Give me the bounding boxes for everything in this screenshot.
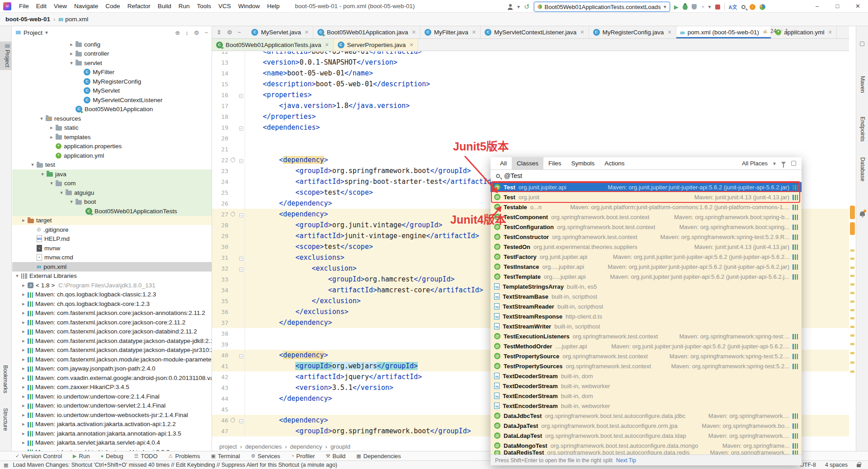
tool-window-version-control[interactable]: ✓Version Control [15,453,62,460]
search-result-textstreambase[interactable]: TSTextStreamBasebuilt-in, scripthost [491,291,802,301]
breadcrumb-dependencies[interactable]: dependencies [245,443,282,450]
tree-chevron-icon[interactable]: ▸ [19,282,28,288]
fold-icon[interactable]: − [239,127,243,131]
tool-window-debug[interactable]: ●Debug [100,453,123,460]
breadcrumb-groupId[interactable]: groupId [330,443,350,450]
tree-item-application.properties[interactable]: *application.properties [12,142,212,151]
tool-window-build[interactable]: ⚒Build [326,453,346,460]
menu-tools[interactable]: Tools [193,0,215,12]
tree-item-mvnw.cmd[interactable]: ≡mvnw.cmd [12,253,212,263]
tree-item-myservlet[interactable]: CMyServlet [12,86,212,96]
minimize-button[interactable]: – [807,0,827,12]
code-line-13[interactable]: 13 <version>0.0.1-SNAPSHOT</version> [212,57,849,68]
tree-item-resources[interactable]: ▾resources [12,114,212,123]
dependency-gutter-icon[interactable] [231,212,235,216]
search-result-test[interactable]: @Testorg.junit.jupiter.apiMaven: org.jun… [491,182,802,192]
fold-icon[interactable]: − [239,213,243,217]
tree-item-maven-ch.qos.logback-logback-classic-1.2.3[interactable]: ▸Maven: ch.qos.logback:logback-classic:1… [12,290,212,300]
tool-tab-project[interactable]: Project [0,42,12,70]
tree-item-maven-com.fasterxml.jackson.core-jackson-databind-2.11.2[interactable]: ▸Maven: com.fasterxml.jackson.core:jacks… [12,327,212,337]
search-result-textstreamwriter[interactable]: TSTextStreamWriterbuilt-in, scripthost [491,321,802,331]
places-filter[interactable]: All Places [742,160,768,167]
code-line-19[interactable]: 19− <dependencies> [212,122,849,133]
fold-icon[interactable]: − [239,94,243,98]
tree-chevron-icon[interactable]: ▸ [19,356,28,362]
tab-close-icon[interactable]: ✕ [325,42,329,48]
tree-chevron-icon[interactable]: ▸ [47,134,56,140]
code-line-16[interactable]: 16− <properties> [212,89,849,100]
tree-item-maven-jakarta.activation-jakarta.activation-api-1.2.2[interactable]: ▸Maven: jakarta.activation:jakarta.activ… [12,420,212,429]
tree-item-java[interactable]: ▾java [12,169,212,179]
tree-item--1.8-[interactable]: ▸J< 1.8 >C:\Program Files\Java\jdk1.8.0_… [12,281,212,290]
search-result-textencoderstream[interactable]: TSTextEncoderStreambuilt-in, dom [491,391,802,401]
search-result-testedon[interactable]: @TestedOnorg.junit.experimental.theories… [491,242,802,252]
readonly-lock-icon[interactable] [857,464,861,467]
menu-navigate[interactable]: Navigate [71,0,102,12]
search-tab-actions[interactable]: Actions [599,157,629,169]
settings-gear-icon[interactable]: ⚙ [194,29,199,36]
search-result-textdecoderstream[interactable]: TSTextDecoderStreambuilt-in, dom [491,371,802,381]
tool-window-services[interactable]: ⚙Services [251,453,280,460]
hide-panel-icon[interactable]: − [204,29,208,36]
tree-chevron-icon[interactable]: ▸ [19,347,28,353]
tree-chevron-icon[interactable]: ▸ [19,403,28,408]
code-line-18[interactable]: 18 </properties> [212,111,849,122]
tree-chevron-icon[interactable]: ▾ [28,162,37,168]
tab-close-icon[interactable]: ✕ [472,29,476,35]
tree-item-target[interactable]: ▸target [12,216,212,225]
code-line-17[interactable]: 17 <java.version>1.8</java.version> [212,100,849,111]
search-result-datajpatest[interactable]: @DataJpaTestorg.springframework.boot.tes… [491,421,802,431]
tree-chevron-icon[interactable]: ▾ [38,116,46,122]
tree-item-help.md[interactable]: MDHELP.md [12,234,212,244]
editor-tab-myregisterconfig.java[interactable]: CMyRegisterConfig.java✕ [589,26,676,38]
breadcrumb-dependency[interactable]: dependency [290,443,322,450]
tree-chevron-icon[interactable]: ▸ [19,338,28,344]
tree-item-myregisterconfig[interactable]: CMyRegisterConfig [12,77,212,86]
tree-chevron-icon[interactable]: ▾ [67,60,75,66]
tree-item-.gitignore[interactable]: ⊘.gitignore [12,225,212,234]
search-field[interactable]: @Test [491,170,802,182]
tree-chevron-icon[interactable]: ▸ [67,42,75,47]
tree-item-test[interactable]: ▾test [12,160,212,170]
tab-close-icon[interactable]: ✕ [667,29,671,35]
code-line-21[interactable]: 21 [212,144,849,155]
tree-chevron-icon[interactable]: ▸ [19,375,28,381]
search-result-datamongotest[interactable]: @DataMongoTestorg.springframework.boot.t… [491,441,802,450]
tree-item-config[interactable]: ▸config [12,40,212,49]
fold-icon[interactable]: − [239,354,243,358]
project-view-dropdown[interactable]: ▾ [45,29,48,36]
tree-item-maven-io.undertow-undertow-servlet-2.1.4.final[interactable]: ▸Maven: io.undertow:undertow-servlet:2.1… [12,401,212,411]
breadcrumb-file[interactable]: pom.xml [65,16,88,23]
hide-tabs-icon[interactable]: − [238,29,241,36]
maximize-button[interactable]: □ [827,0,848,12]
menu-code[interactable]: Code [102,0,123,12]
tree-item-mvnw[interactable]: ›mvnw [12,244,212,253]
editor-tab-myfilter.java[interactable]: CMyFilter.java✕ [420,26,481,38]
search-result-testconstructor[interactable]: @TestConstructororg.springframework.test… [491,232,802,242]
menu-window[interactable]: Window [235,0,264,12]
search-result-dataldaptest[interactable]: @DataLdapTestorg.springframework.boot.te… [491,431,802,441]
editor-tab-serverproperties[interactable]: CServerProperties.java✕ [334,39,418,51]
search-result-testpropertysources[interactable]: @TestPropertySourcesorg.springframework.… [491,361,802,371]
tree-item-application.yml[interactable]: *application.yml [12,151,212,160]
menu-view[interactable]: View [50,0,71,12]
editor-tab-myservlet.java[interactable]: CMyServlet.java✕ [247,26,313,38]
dependency-gutter-icon[interactable] [231,158,235,162]
tree-item-templates[interactable]: ▸templates [12,132,212,142]
search-result-textencoderstream[interactable]: TSTextEncoderStreambuilt-in, webworker [491,401,802,411]
search-result-datajdbctest[interactable]: @DataJdbcTestorg.springframework.boot.te… [491,411,802,421]
tree-chevron-icon[interactable]: ▸ [19,431,28,436]
tree-chevron-icon[interactable]: ▸ [19,412,28,418]
tab-close-icon[interactable]: ✕ [580,29,584,35]
tree-chevron-icon[interactable]: ▸ [19,319,28,325]
menu-help[interactable]: Help [264,0,283,12]
tree-item-boot05web01application[interactable]: CBoot05Web01Application [12,105,212,114]
tool-tab-bookmarks[interactable]: Bookmarks [2,365,9,394]
tree-item-servlet[interactable]: ▾servlet [12,58,212,68]
menu-refactor[interactable]: Refactor [124,0,154,12]
tool-tab-endpoints[interactable]: Endpoints [859,117,866,142]
search-result-testtemplate[interactable]: @TestTemplateorg.....jupiter.apiMaven: o… [491,272,802,281]
menu-vcs[interactable]: VCS [215,0,235,12]
tree-item-boot[interactable]: ▾boot [12,197,212,207]
tool-tab-database[interactable]: Database [859,157,866,182]
